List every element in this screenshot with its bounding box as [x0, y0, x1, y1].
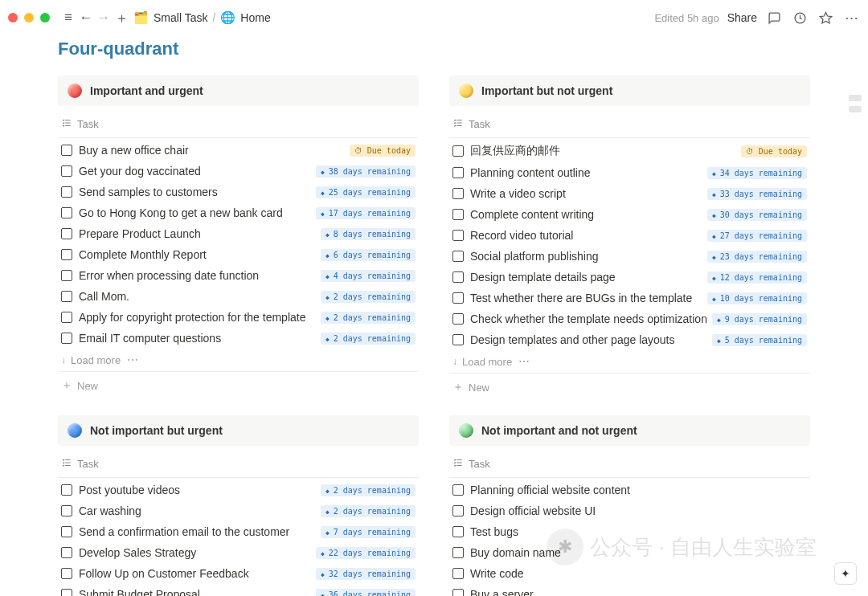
task-row[interactable]: Call Mom.2 days remaining: [58, 286, 419, 307]
rail-minimap-item[interactable]: [849, 95, 862, 101]
task-text: Buy a new office chair: [79, 144, 345, 157]
task-row[interactable]: Submit Budget Proposal36 days remaining: [58, 584, 419, 596]
task-row[interactable]: Car washing2 days remaining: [58, 500, 419, 521]
task-row[interactable]: Planning content outline34 days remainin…: [449, 162, 810, 183]
checkbox[interactable]: [452, 167, 464, 178]
task-row[interactable]: Write a video script33 days remaining: [449, 183, 810, 204]
task-row[interactable]: Get your dog vaccinated38 days remaining: [58, 161, 419, 182]
checkbox[interactable]: [452, 484, 464, 496]
checkbox[interactable]: [452, 188, 464, 199]
task-row[interactable]: Test whether there are BUGs in the templ…: [449, 288, 810, 308]
task-row[interactable]: Social platform publishing23 days remain…: [449, 246, 810, 267]
share-button[interactable]: Share: [727, 11, 757, 24]
window-close-icon[interactable]: [8, 13, 18, 22]
checkbox[interactable]: [61, 526, 72, 537]
checkbox[interactable]: [452, 313, 464, 325]
checkbox[interactable]: [452, 526, 464, 537]
more-icon[interactable]: ⋯: [842, 9, 860, 27]
watermark-text: 公众号 · 自由人生实验室: [590, 533, 817, 561]
task-row[interactable]: Design templates and other page layouts5…: [449, 329, 810, 350]
window-minimize-icon[interactable]: [24, 13, 34, 22]
task-row[interactable]: Design template details page12 days rema…: [449, 267, 810, 288]
ai-assist-button[interactable]: ✦: [834, 562, 857, 585]
checkbox[interactable]: [61, 165, 72, 177]
more-options-icon[interactable]: ⋯: [127, 353, 140, 366]
crumb-label-0[interactable]: Small Task: [154, 11, 207, 24]
checkbox[interactable]: [452, 292, 464, 304]
task-row[interactable]: Go to Hong Kong to get a new bank card17…: [58, 202, 419, 223]
task-row[interactable]: Prepare Product Launch8 days remaining: [58, 223, 419, 244]
column-header[interactable]: Task: [449, 451, 810, 478]
checkbox[interactable]: [452, 589, 464, 596]
task-row[interactable]: Send a confirmation email to the custome…: [58, 521, 419, 542]
checkbox[interactable]: [61, 505, 72, 516]
checkbox[interactable]: [61, 145, 72, 156]
new-task-button[interactable]: ＋New: [58, 372, 419, 399]
checkbox[interactable]: [452, 547, 464, 558]
column-header[interactable]: Task: [58, 111, 419, 138]
task-text: Planning content outline: [470, 166, 702, 179]
task-row[interactable]: Send samples to customers25 days remaini…: [58, 182, 419, 202]
page-title[interactable]: Four-quadrant: [58, 39, 810, 59]
quadrant-header[interactable]: Not important and not urgent: [449, 415, 810, 446]
more-options-icon[interactable]: ⋯: [518, 355, 531, 368]
load-more-button[interactable]: ↓Load more⋯: [58, 349, 419, 372]
task-row[interactable]: Design official website UI: [449, 500, 810, 521]
favorite-icon[interactable]: [817, 9, 834, 27]
column-header-label: Task: [469, 118, 490, 130]
column-header[interactable]: Task: [449, 111, 810, 138]
days-remaining-badge: 27 days remaining: [707, 230, 807, 242]
checkbox[interactable]: [452, 505, 464, 516]
task-row[interactable]: Post youtube videos2 days remaining: [58, 480, 419, 500]
checkbox[interactable]: [61, 249, 72, 260]
checkbox[interactable]: [61, 568, 72, 579]
checkbox[interactable]: [61, 589, 72, 596]
checkbox[interactable]: [452, 145, 464, 157]
task-row[interactable]: Email IT computer questions2 days remain…: [58, 328, 419, 349]
comments-icon[interactable]: [765, 9, 783, 27]
task-row[interactable]: Check whether the template needs optimiz…: [449, 308, 810, 329]
checkbox[interactable]: [61, 333, 72, 344]
checkbox[interactable]: [61, 547, 72, 558]
rail-minimap-item[interactable]: [849, 106, 862, 112]
checkbox[interactable]: [61, 207, 72, 218]
task-row[interactable]: Develop Sales Strategy22 days remaining: [58, 542, 419, 563]
checkbox[interactable]: [61, 312, 72, 323]
task-row[interactable]: Apply for copyright protection for the t…: [58, 307, 419, 328]
history-icon[interactable]: [791, 9, 809, 27]
task-row[interactable]: Buy a new office chairDue today: [58, 140, 419, 161]
task-row[interactable]: Complete Monthly Report6 days remaining: [58, 244, 419, 265]
load-more-button[interactable]: ↓Load more⋯: [449, 350, 810, 374]
yellow-circle-icon: [459, 84, 473, 98]
task-row[interactable]: Record video tutorial27 days remaining: [449, 225, 810, 246]
window-maximize-icon[interactable]: [40, 13, 50, 22]
checkbox[interactable]: [61, 291, 72, 302]
task-row[interactable]: Complete content writing30 days remainin…: [449, 204, 810, 225]
checkbox[interactable]: [61, 186, 72, 198]
new-page-button[interactable]: ＋: [113, 9, 130, 27]
checkbox[interactable]: [452, 209, 464, 220]
quadrant-header[interactable]: Not important but urgent: [58, 415, 419, 446]
quadrant-header[interactable]: Important and urgent: [58, 76, 419, 106]
checkbox[interactable]: [61, 270, 72, 281]
task-row[interactable]: Planning official website content: [449, 480, 810, 500]
column-header[interactable]: Task: [58, 451, 419, 478]
quadrant-header[interactable]: Important but not urgent: [449, 76, 810, 106]
task-text: Send a confirmation email to the custome…: [79, 525, 316, 538]
checkbox[interactable]: [452, 251, 464, 262]
task-row[interactable]: Buy a server: [449, 584, 810, 596]
nav-back-button[interactable]: ←: [77, 9, 95, 27]
checkbox[interactable]: [452, 334, 464, 345]
checkbox[interactable]: [452, 230, 464, 241]
new-task-button[interactable]: ＋New: [449, 374, 810, 401]
task-row[interactable]: Error when processing date function4 day…: [58, 265, 419, 286]
task-row[interactable]: Follow Up on Customer Feedback32 days re…: [58, 563, 419, 584]
task-row[interactable]: Write code: [449, 563, 810, 584]
checkbox[interactable]: [452, 271, 464, 283]
checkbox[interactable]: [452, 568, 464, 579]
task-row[interactable]: 回复供应商的邮件Due today: [449, 140, 810, 162]
crumb-label-1[interactable]: Home: [240, 11, 270, 24]
hamburger-icon[interactable]: ≡: [59, 9, 77, 27]
checkbox[interactable]: [61, 484, 72, 496]
checkbox[interactable]: [61, 228, 72, 239]
